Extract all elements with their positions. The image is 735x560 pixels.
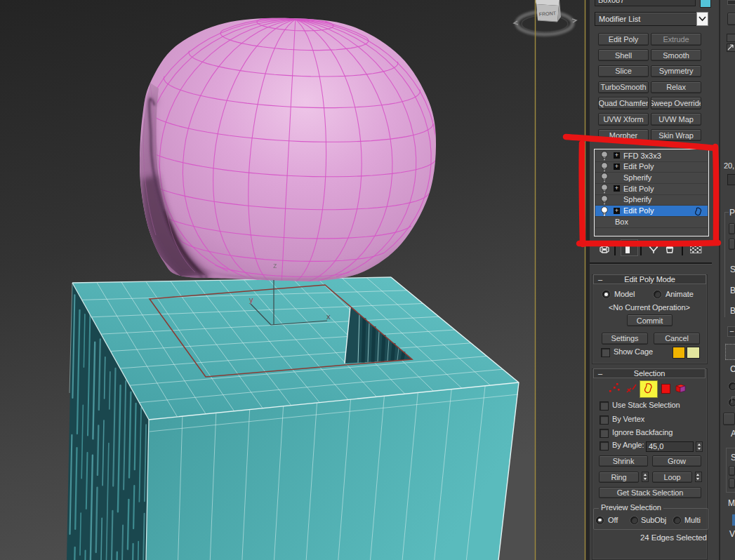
svg-text:z: z [273,261,277,269]
svg-text:y: y [249,295,253,304]
svg-text:x: x [326,312,331,321]
